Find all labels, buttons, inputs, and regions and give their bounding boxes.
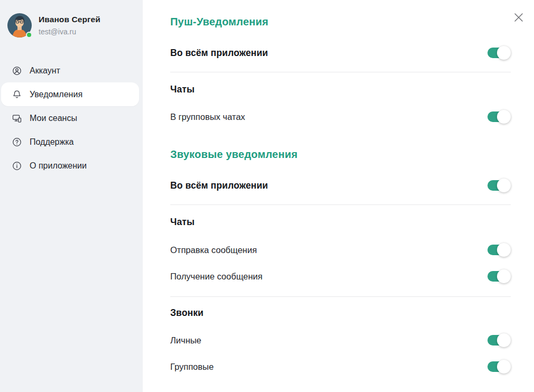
divider [170,296,511,297]
toggle-sound-global[interactable] [487,180,510,191]
sidebar-item-label: О приложении [30,161,87,171]
devices-icon [12,113,22,124]
setting-row-sound-global: Во всём приложении [170,178,511,193]
help-icon [12,137,22,147]
toggle-push-global[interactable] [487,48,510,58]
sidebar-menu: Аккаунт Уведомления [0,59,143,178]
user-name: Иванов Сергей [39,15,100,24]
sound-notifications-title: Звуковые уведомления [170,147,511,161]
toggle-knob [497,243,511,257]
sidebar-item-sessions[interactable]: Мои сеансы [1,106,139,130]
sound-chats-heading: Чаты [170,216,511,228]
bell-icon [12,89,22,100]
sidebar-item-label: Мои сеансы [30,114,77,123]
sidebar: Иванов Сергей test@iva.ru Аккаунт [0,0,143,392]
setting-row-push-global: Во всём приложении [170,45,511,60]
calls-heading: Звонки [170,306,511,319]
user-text: Иванов Сергей test@iva.ru [39,15,100,36]
setting-row-group-calls: Групповые [170,359,511,374]
setting-label: Во всём приложении [170,48,268,59]
sidebar-item-account[interactable]: Аккаунт [1,59,139,82]
toggle-knob [497,179,511,192]
sidebar-item-label: Поддержка [30,137,73,147]
user-profile: Иванов Сергей test@iva.ru [0,0,143,49]
account-icon [12,66,22,76]
setting-label: Отправка сообщения [170,245,257,255]
toggle-personal-calls[interactable] [487,335,510,346]
setting-label: Во всём приложении [170,180,268,191]
divider [170,72,511,72]
sidebar-item-notifications[interactable]: Уведомления [1,82,139,106]
push-notifications-title: Пуш-Уведомления [170,15,511,29]
setting-label: Личные [170,335,201,346]
sidebar-item-label: Аккаунт [30,66,60,76]
setting-label: В групповых чатах [170,112,245,122]
toggle-knob [497,269,511,283]
avatar [7,13,32,38]
toggle-receive-message[interactable] [487,271,510,282]
divider [170,204,511,205]
close-icon [513,12,524,23]
setting-row-push-group-chats: В групповых чатах [170,109,511,124]
sidebar-item-support[interactable]: Поддержка [1,130,139,154]
setting-label: Групповые [170,362,214,372]
toggle-knob [497,110,511,124]
setting-row-personal-calls: Личные [170,333,511,348]
user-email: test@iva.ru [39,27,100,36]
setting-row-receive-message: Получение сообщения [170,269,511,284]
setting-row-send-message: Отправка сообщения [170,242,511,257]
settings-window: Иванов Сергей test@iva.ru Аккаунт [0,0,534,392]
info-icon [12,161,22,171]
toggle-group-calls[interactable] [487,361,510,372]
close-button[interactable] [512,11,526,24]
push-chats-heading: Чаты [170,83,511,96]
toggle-knob [497,360,511,374]
toggle-send-message[interactable] [487,245,510,255]
toggle-push-group-chats[interactable] [487,111,510,122]
toggle-knob [497,46,511,60]
sidebar-item-label: Уведомления [30,90,82,99]
notifications-panel: Пуш-Уведомления Во всём приложении Чаты … [143,0,534,392]
online-status-dot [26,32,32,38]
setting-label: Получение сообщения [170,272,262,282]
sidebar-item-about[interactable]: О приложении [1,154,139,178]
toggle-knob [497,333,511,347]
